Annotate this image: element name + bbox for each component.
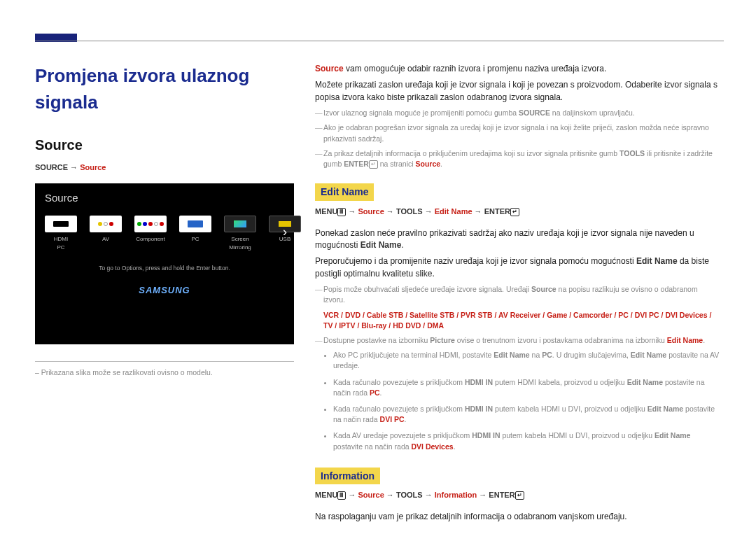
edit-p1: Ponekad zaslon neće pravilno prikazivati… [315, 227, 721, 252]
ss-item-mirroring: Screen Mirroring [224, 216, 256, 251]
epath-e: Edit Name [435, 207, 472, 216]
intro-p1-text: vam omogućuje odabir raznih izvora i pro… [344, 64, 607, 73]
note-1: Izvor ulaznog signala moguće je promijen… [315, 108, 721, 118]
information-path: MENUⅢ → Source → TOOLS → Information → E… [315, 490, 721, 501]
epath-a: MENU [315, 207, 337, 216]
ipath-a: MENU [315, 491, 337, 499]
n1c: na daljinskom upravljaču. [550, 108, 635, 117]
edit-note-1: Popis može obuhvaćati sljedeće uređaje i… [315, 284, 721, 331]
ss-item-av: AV [90, 216, 122, 244]
bullet-2: Kada računalo povezujete s priključkom H… [333, 377, 721, 398]
ep2b: Edit Name [636, 256, 678, 266]
page-title: Promjena izvora ulaznog signala [35, 63, 294, 115]
b3c: putem kabela HDMI u DVI, proizvod u odje… [493, 405, 648, 413]
edit-notes: Popis može obuhvaćati sljedeće uređaje i… [315, 284, 721, 346]
ss-label: AV [102, 235, 109, 244]
source-path: SOURCE → Source [35, 162, 294, 174]
caption-dash: – [35, 368, 41, 377]
intro-p2: Možete prikazati zaslon uređaja koji je … [315, 79, 721, 104]
right-column: Source vam omogućuje odabir raznih izvor… [315, 63, 721, 528]
information-p: Na raspolaganju vam je prikaz detaljnih … [315, 511, 721, 523]
n3b: TOOLS [620, 149, 645, 157]
enter-glyph-icon: ↵ [369, 160, 378, 169]
n3e: na stranici [378, 160, 416, 168]
ipath-b: → [346, 491, 358, 499]
ep2a: Preporučujemo i da promijenite naziv ure… [315, 256, 636, 266]
menu-glyph-icon: Ⅲ [337, 491, 346, 500]
ss-item-pc: PC [179, 216, 211, 244]
en2a: Dostupne postavke na izborniku [323, 336, 430, 344]
b2c: putem HDMI kabela, proizvod u odjeljku [493, 378, 626, 386]
edit-note-2: Dostupne postavke na izborniku Picture o… [315, 335, 721, 346]
b2a: Kada računalo povezujete s priključkom [333, 378, 465, 386]
menu-glyph-icon: Ⅲ [337, 208, 346, 216]
b4b: HDMI IN [472, 431, 500, 440]
source-path-value: Source [80, 163, 106, 171]
ipath-f: → ENTER [477, 491, 514, 499]
b4a: Kada AV uređaje povezujete s priključkom [333, 431, 472, 440]
information-heading: Information [315, 468, 380, 484]
n3d: ENTER [344, 160, 369, 168]
edit-bullets: Ako PC priključujete na terminal HDMI, p… [333, 350, 721, 452]
component-icon [134, 216, 167, 232]
mirroring-icon [224, 216, 256, 232]
devlist: VCR / DVD / Cable STB / Satellite STB / … [323, 311, 711, 330]
n1a: Izvor ulaznog signala moguće je promijen… [323, 108, 519, 117]
pc-icon [179, 216, 211, 232]
screenshot-caption: – Prikazana slika može se razlikovati ov… [35, 361, 294, 378]
page: Promjena izvora ulaznog signala Source S… [35, 63, 721, 528]
b4g: . [454, 442, 456, 451]
b1f: Edit Name [631, 351, 666, 359]
epath-c: Source [358, 207, 384, 216]
note-3: Za prikaz detaljnih informacija o priklj… [315, 148, 721, 169]
device-list: VCR / DVD / Cable STB / Satellite STB / … [323, 310, 721, 331]
source-path-prefix: SOURCE → [35, 163, 80, 171]
enter-glyph-icon: ↵ [515, 491, 524, 500]
ss-source-row: HDMI PC AV Component PC Screen Mirroring [45, 216, 284, 251]
av-icon [90, 216, 122, 232]
edit-name-heading: Edit Name [315, 183, 374, 200]
ep1c: . [401, 240, 403, 250]
ss-label: HDMI PC [54, 235, 68, 251]
en2e: . [703, 336, 705, 344]
intro-p1: Source vam omogućuje odabir raznih izvor… [315, 63, 721, 75]
ipath-d: → TOOLS → [384, 491, 435, 499]
ipath-c: Source [358, 491, 384, 499]
edit-p2: Preporučujemo i da promijenite naziv ure… [315, 255, 721, 280]
n3a: Za prikaz detaljnih informacija o priklj… [323, 149, 620, 157]
ss-label: Screen Mirroring [224, 235, 256, 251]
b3g: . [405, 415, 407, 423]
b4e: postavite na način rada [333, 442, 412, 451]
bullet-1: Ako PC priključujete na terminal HDMI, p… [333, 350, 721, 371]
epath-f: → ENTER [472, 207, 510, 216]
en1a: Popis može obuhvaćati sljedeće uređaje i… [323, 285, 531, 293]
hdmi-icon [45, 216, 77, 232]
b2d: Edit Name [627, 378, 663, 386]
tv-screenshot: Source HDMI PC AV Component PC [35, 183, 294, 344]
en2b: Picture [430, 336, 455, 344]
epath-d: → TOOLS → [384, 207, 435, 216]
ss-arrow-right-icon: › [283, 223, 287, 241]
b2f: PC [370, 388, 380, 397]
b1d: PC [542, 351, 552, 359]
b4f: DVI Devices [412, 442, 454, 451]
intro-source-word: Source [315, 64, 344, 73]
ep1b: Edit Name [360, 240, 402, 250]
b3d: Edit Name [648, 405, 683, 413]
b1b: Edit Name [493, 351, 529, 359]
ipath-e: Information [435, 491, 477, 499]
intro-notes: Izvor ulaznog signala moguće je promijen… [315, 108, 721, 169]
epath-b: → [346, 207, 358, 216]
section-source-heading: Source [35, 135, 294, 155]
ss-item-hdmi: HDMI PC [45, 216, 77, 251]
b3a: Kada računalo povezujete s priključkom [333, 405, 465, 413]
left-column: Promjena izvora ulaznog signala Source S… [35, 63, 294, 528]
samsung-logo: SAMSUNG [45, 284, 284, 297]
b4c: putem kabela HDMI u DVI, proizvod u odje… [500, 431, 655, 440]
enter-glyph-icon: ↵ [510, 208, 519, 216]
b1e: . U drugim slučajevima, [552, 351, 631, 359]
b1c: na [530, 351, 542, 359]
header-rule [35, 41, 724, 41]
edit-name-path: MENUⅢ → Source → TOOLS → Edit Name → ENT… [315, 206, 721, 218]
bullet-3: Kada računalo povezujete s priključkom H… [333, 404, 721, 425]
